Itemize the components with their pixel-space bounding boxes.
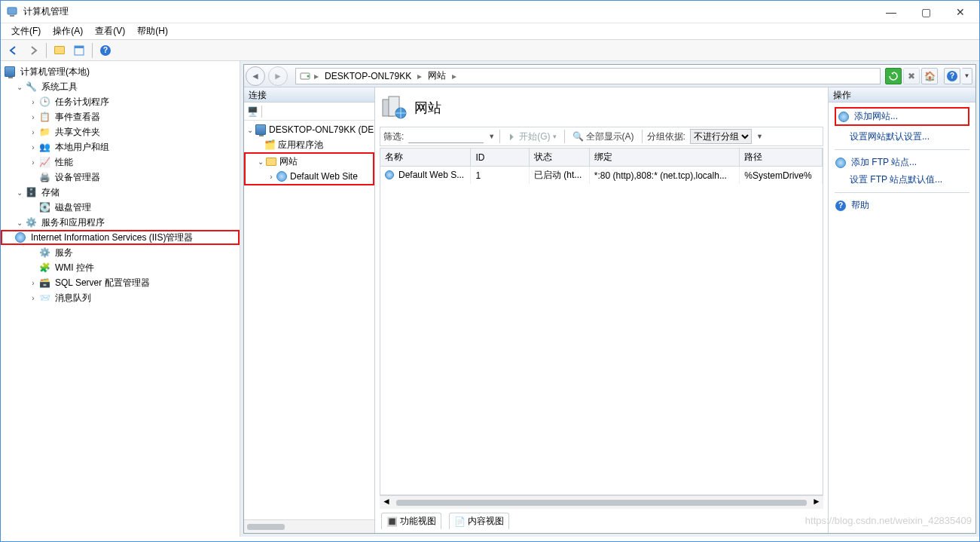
separator <box>835 149 969 150</box>
action-add-ftp[interactable]: 添加 FTP 站点... <box>835 156 969 169</box>
expander-icon[interactable]: ⌄ <box>256 158 265 166</box>
action-label: 设置 FTP 站点默认值... <box>850 173 942 186</box>
expander-icon[interactable]: › <box>28 294 38 302</box>
expander-icon[interactable]: › <box>267 173 276 181</box>
nav-forward-button[interactable] <box>25 42 41 59</box>
tree-storage[interactable]: ⌄ 🗄️ 存储 <box>1 185 240 200</box>
maximize-button[interactable]: ▢ <box>908 1 943 23</box>
menu-help[interactable]: 帮助(H) <box>131 23 174 39</box>
groupby-extra-dropdown[interactable]: ▼ <box>756 133 763 140</box>
tb-properties-button[interactable] <box>51 42 68 59</box>
col-binding[interactable]: 绑定 <box>589 149 740 167</box>
action-help[interactable]: ? 帮助 <box>835 199 969 212</box>
expander-icon[interactable]: › <box>28 143 38 152</box>
server-icon <box>299 70 311 82</box>
menu-file[interactable]: 文件(F) <box>5 23 47 39</box>
action-add-site[interactable]: 添加网站... <box>838 110 966 123</box>
conn-apppools[interactable]: 🗂️应用程序池 <box>244 137 374 152</box>
connect-icon[interactable]: 🖥️ <box>247 106 258 117</box>
tree-systools[interactable]: ⌄ 🔧 系统工具 <box>1 79 240 94</box>
tree-services-apps[interactable]: ⌄ ⚙️ 服务和应用程序 <box>1 215 240 230</box>
tree-task-scheduler[interactable]: ›🕒任务计划程序 <box>1 94 240 109</box>
col-name[interactable]: 名称 <box>380 149 471 167</box>
iis-home-button[interactable]: 🏠 <box>921 68 938 84</box>
iis-forward-button[interactable]: ► <box>268 66 288 86</box>
window-title: 计算机管理 <box>23 5 874 18</box>
iis-help-dropdown[interactable]: ▼ <box>962 68 972 84</box>
tree-performance[interactable]: ›📈性能 <box>1 155 240 170</box>
filter-start-button[interactable]: ⏵开始(G)▾ <box>505 130 559 143</box>
expander-icon[interactable]: › <box>28 279 38 287</box>
expander-icon[interactable]: ⌄ <box>14 219 25 227</box>
tree-label: WMI 控件 <box>53 261 96 275</box>
menu-bar: 文件(F) 操作(A) 查看(V) 帮助(H) <box>1 23 979 40</box>
cell-status: 已启动 (ht... <box>529 167 589 185</box>
conn-server-node[interactable]: ⌄ DESKTOP-ONL79KK (DE <box>244 122 374 137</box>
close-button[interactable]: ✕ <box>943 1 978 23</box>
action-set-ftp-defaults[interactable]: 设置 FTP 站点默认值... <box>835 173 969 186</box>
expander-icon[interactable]: › <box>28 158 38 167</box>
tree-label: 存储 <box>40 185 61 200</box>
breadcrumb-server[interactable]: DESKTOP-ONL79KK <box>322 71 414 81</box>
tree-msmq[interactable]: ›📨消息队列 <box>1 290 240 305</box>
breadcrumb[interactable]: ▸ DESKTOP-ONL79KK ▸ 网站 ▸ <box>295 68 881 84</box>
tree-iis-manager[interactable]: Internet Information Services (IIS)管理器 <box>1 230 240 245</box>
nav-back-button[interactable] <box>5 42 22 59</box>
expander-icon[interactable]: ⌄ <box>14 188 25 197</box>
cell-path: %SystemDrive% <box>740 167 823 185</box>
tree-label: 性能 <box>53 155 75 170</box>
folder-share-icon: 📁 <box>38 126 50 138</box>
tree-event-viewer[interactable]: ›📋事件查看器 <box>1 109 240 124</box>
cell-name: Default Web S... <box>380 167 471 185</box>
col-id[interactable]: ID <box>471 149 530 167</box>
iis-refresh-button[interactable] <box>885 68 902 84</box>
conn-sites[interactable]: ⌄网站 <box>246 154 373 169</box>
groupby-select[interactable]: 不进行分组 <box>690 129 752 144</box>
grid-horizontal-scrollbar[interactable]: ◄► <box>380 495 823 509</box>
conn-horizontal-scrollbar[interactable] <box>244 519 374 533</box>
table-row[interactable]: Default Web S... 1 已启动 (ht... *:80 (http… <box>380 167 823 185</box>
expander-icon[interactable]: › <box>28 113 38 121</box>
tb-help-button[interactable]: ? <box>97 42 114 59</box>
expander-icon[interactable]: › <box>28 128 38 136</box>
tree-wmi[interactable]: 🧩WMI 控件 <box>1 260 240 275</box>
iis-help-button[interactable]: ? <box>944 68 960 84</box>
filter-showall-button[interactable]: 🔍全部显示(A) <box>569 130 637 143</box>
expander-icon[interactable]: › <box>28 98 38 106</box>
globe-icon <box>385 170 395 181</box>
folder-icon <box>265 155 277 167</box>
filter-dropdown-icon[interactable]: ▼ <box>488 133 495 140</box>
tb-view-button[interactable] <box>71 42 87 59</box>
sites-grid[interactable]: 名称 ID 状态 绑定 路径 Default Web S... 1 <box>380 148 823 495</box>
tree-local-users[interactable]: ›👥本地用户和组 <box>1 139 240 155</box>
tab-features-view[interactable]: 🔳功能视图 <box>381 513 441 529</box>
iis-stop-button[interactable]: ✖ <box>903 68 920 84</box>
menu-view[interactable]: 查看(V) <box>89 23 131 39</box>
tree-shared-folders[interactable]: ›📁共享文件夹 <box>1 124 240 139</box>
tree-sql-config[interactable]: ›🗃️SQL Server 配置管理器 <box>1 275 240 290</box>
tab-content-view[interactable]: 📄内容视图 <box>449 513 509 529</box>
mmc-tree-pane[interactable]: 计算机管理(本地) ⌄ 🔧 系统工具 ›🕒任务计划程序 <box>1 61 240 537</box>
conn-default-website[interactable]: ›Default Web Site <box>246 169 373 184</box>
expander-icon[interactable]: ⌄ <box>246 126 255 134</box>
action-set-site-defaults[interactable]: 设置网站默认设置... <box>835 130 969 143</box>
toolbar-separator <box>92 43 93 58</box>
tree-disk-management[interactable]: 💽磁盘管理 <box>1 200 240 215</box>
col-path[interactable]: 路径 <box>740 149 823 167</box>
clock-icon: 🕒 <box>38 96 50 108</box>
help-icon: ? <box>835 200 847 212</box>
conn-server-label: DESKTOP-ONL79KK (DE <box>269 124 374 135</box>
tree-root[interactable]: 计算机管理(本地) <box>1 64 240 79</box>
minimize-button[interactable]: — <box>874 1 908 23</box>
col-status[interactable]: 状态 <box>529 149 589 167</box>
separator <box>642 130 643 143</box>
iis-back-button[interactable]: ◄ <box>246 66 265 86</box>
expander-icon[interactable]: ⌄ <box>14 83 25 91</box>
menu-action[interactable]: 操作(A) <box>47 23 89 39</box>
tree-services[interactable]: ⚙️服务 <box>1 245 240 260</box>
connections-header: 连接 <box>244 87 374 103</box>
breadcrumb-sites[interactable]: 网站 <box>425 69 449 82</box>
label: 开始(G) <box>519 130 550 143</box>
filter-input[interactable] <box>408 130 484 143</box>
tree-device-manager[interactable]: 🖨️设备管理器 <box>1 170 240 185</box>
